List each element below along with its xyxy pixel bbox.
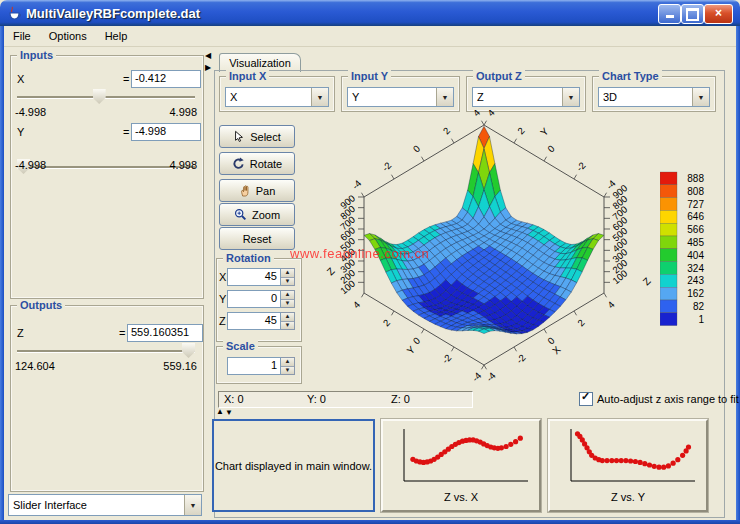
- scale-value[interactable]: 1: [227, 357, 281, 375]
- pan-tool-button[interactable]: Pan: [219, 179, 295, 202]
- application-window: { "window": { "title": "MultiValleyRBFco…: [0, 0, 740, 524]
- svg-text:2: 2: [441, 125, 453, 137]
- svg-text:4: 4: [605, 299, 617, 311]
- chevron-down-icon[interactable]: ▼: [436, 88, 453, 106]
- thumbnail-main-chart[interactable]: Chart displayed in main window.: [212, 419, 375, 512]
- select-tool-button[interactable]: Select: [219, 125, 295, 148]
- spin-down-icon[interactable]: ▼: [281, 299, 294, 308]
- output-z-slider-track[interactable]: [17, 350, 195, 353]
- input-x-range: -4.998 4.998: [15, 106, 197, 118]
- splitter-expand-right-icon[interactable]: ▶: [205, 64, 211, 72]
- input-x-selector-title: Input X: [226, 70, 269, 82]
- chevron-down-icon[interactable]: ▼: [311, 88, 328, 106]
- input-y-equals: =: [123, 126, 129, 138]
- chevron-down-icon[interactable]: ▼: [184, 495, 201, 515]
- reset-button[interactable]: Reset: [219, 227, 295, 250]
- output-z-field[interactable]: 559.160351: [127, 324, 203, 342]
- inputs-group-title: Inputs: [17, 49, 56, 61]
- rotation-group: Rotation X 45 ▲▼ Y 0 ▲▼ Z 45 ▲▼: [216, 258, 302, 342]
- thumbnail-z-vs-x[interactable]: Z vs. X: [381, 419, 541, 512]
- maximize-button[interactable]: [681, 4, 704, 24]
- output-z-selector-value: Z: [473, 91, 562, 103]
- input-y-selector-value: Y: [348, 91, 436, 103]
- output-z-slider[interactable]: [17, 342, 195, 359]
- rotation-x-value[interactable]: 45: [227, 268, 281, 286]
- input-y-selector-group: Input Y Y ▼: [341, 76, 460, 112]
- spin-down-icon[interactable]: ▼: [281, 277, 294, 286]
- cursor-icon: [233, 130, 245, 143]
- window-border-bottom: [0, 520, 740, 524]
- input-y-min: -4.998: [15, 159, 46, 171]
- rotation-z-spinner[interactable]: 45 ▲▼: [227, 312, 295, 330]
- zoom-tool-button[interactable]: Zoom: [219, 203, 295, 226]
- rotation-x-spinner[interactable]: 45 ▲▼: [227, 268, 295, 286]
- input-x-equals: =: [123, 73, 129, 85]
- svg-text:-2: -2: [574, 160, 588, 174]
- svg-text:324: 324: [687, 263, 704, 274]
- svg-text:4: 4: [351, 299, 363, 311]
- spin-up-icon[interactable]: ▲: [281, 358, 294, 366]
- interface-select[interactable]: Slider Interface ▼: [8, 494, 202, 516]
- output-z-min: 124.604: [15, 360, 55, 372]
- menu-bar: File Options Help: [4, 26, 736, 47]
- splitter-collapse-left-icon[interactable]: ◀: [205, 52, 211, 60]
- close-button[interactable]: ×: [704, 4, 733, 24]
- spin-up-icon[interactable]: ▲: [281, 313, 294, 321]
- rotation-z-label: Z: [219, 315, 226, 327]
- svg-text:2: 2: [381, 317, 393, 329]
- input-x-selector-value: X: [226, 91, 311, 103]
- input-x-slider[interactable]: [17, 88, 195, 105]
- rotate-icon: [232, 157, 245, 170]
- minimize-icon: [666, 15, 674, 18]
- auto-adjust-checkbox[interactable]: ✓: [579, 392, 593, 406]
- color-scale-legend: 888808727646566485404324243162821: [660, 170, 706, 332]
- input-y-label: Y: [17, 126, 24, 138]
- svg-text:X: X: [550, 344, 563, 357]
- rotation-z-value[interactable]: 45: [227, 312, 281, 330]
- chart-type-selector-title: Chart Type: [599, 70, 662, 82]
- thumbnail-z-vs-y[interactable]: Z vs. Y: [548, 419, 708, 512]
- rotation-y-value[interactable]: 0: [227, 290, 281, 308]
- status-x: X: 0: [224, 393, 244, 405]
- status-z: Z: 0: [391, 393, 410, 405]
- chevron-down-icon[interactable]: ▼: [692, 88, 709, 106]
- input-x-slider-track[interactable]: [17, 96, 195, 99]
- splitter-expand-down-icon[interactable]: ▼: [225, 409, 233, 417]
- spin-up-icon[interactable]: ▲: [281, 269, 294, 277]
- input-x-field[interactable]: -0.412: [131, 70, 201, 88]
- output-z-range: 124.604 559.16: [15, 360, 197, 372]
- svg-text:Z: Z: [641, 275, 653, 287]
- spin-down-icon[interactable]: ▼: [281, 366, 294, 375]
- svg-text:-2: -2: [514, 352, 528, 366]
- spin-down-icon[interactable]: ▼: [281, 321, 294, 330]
- svg-text:-2: -2: [380, 160, 394, 174]
- svg-text:82: 82: [693, 301, 705, 312]
- menu-options[interactable]: Options: [40, 28, 96, 44]
- chevron-down-icon[interactable]: ▼: [562, 88, 579, 106]
- watermark-text: www.feaonline.com.cn: [290, 246, 429, 261]
- input-x-slider-thumb[interactable]: [93, 89, 106, 104]
- input-y-field[interactable]: -4.998: [131, 123, 201, 141]
- chart-type-selector[interactable]: 3D ▼: [598, 87, 710, 107]
- output-z-slider-thumb[interactable]: [182, 343, 195, 358]
- scale-spinner[interactable]: 1 ▲▼: [227, 357, 295, 375]
- rotate-tool-button[interactable]: Rotate: [219, 152, 295, 175]
- horizontal-splitter[interactable]: ▲ ▼: [216, 408, 726, 417]
- menu-file[interactable]: File: [4, 28, 40, 44]
- splitter-collapse-up-icon[interactable]: ▲: [216, 408, 224, 416]
- thumbnail-z-vs-y-label: Z vs. Y: [550, 491, 706, 503]
- spin-up-icon[interactable]: ▲: [281, 291, 294, 299]
- window-title: MultiValleyRBFcomplete.dat: [26, 6, 200, 21]
- svg-text:808: 808: [687, 186, 704, 197]
- svg-text:566: 566: [687, 224, 704, 235]
- java-app-icon: [7, 5, 23, 21]
- auto-adjust-checkbox-row: ✓ Auto-adjust z axis range to fit: [579, 392, 739, 406]
- input-y-selector[interactable]: Y ▼: [347, 87, 454, 107]
- rotation-y-spinner[interactable]: 0 ▲▼: [227, 290, 295, 308]
- input-y-range: -4.998 4.998: [15, 159, 197, 171]
- chart-type-selector-group: Chart Type 3D ▼: [592, 76, 716, 112]
- menu-help[interactable]: Help: [96, 28, 137, 44]
- output-z-selector[interactable]: Z ▼: [472, 87, 580, 107]
- input-x-selector[interactable]: X ▼: [225, 87, 329, 107]
- minimize-button[interactable]: [658, 4, 681, 24]
